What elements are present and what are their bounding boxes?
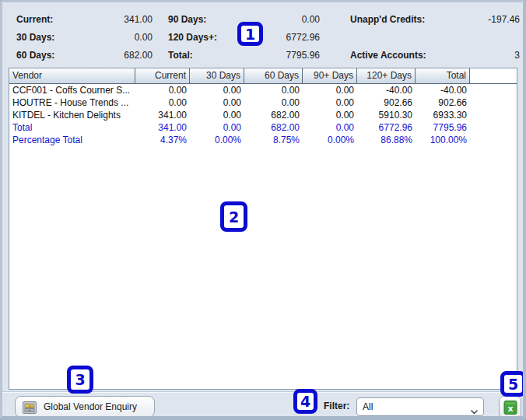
table-row-percentage-total[interactable]: Percentage Total 4.37% 0.00% 8.75% 0.00%… xyxy=(9,134,517,146)
annotation-badge-5: 5 xyxy=(500,371,526,397)
column-header-filler xyxy=(470,68,517,83)
60-days-cell: 8.75% xyxy=(244,134,303,146)
table-row-total[interactable]: Total 341.00 0.00 682.00 0.00 6772.96 77… xyxy=(9,121,517,134)
120-days-cell: 86.88% xyxy=(357,134,416,146)
summary-row: Current: 341.00 90 Days: 0.00 Unapp'd Cr… xyxy=(2,13,523,26)
column-header-120-days[interactable]: 120+ Days xyxy=(357,68,416,83)
120-days-cell: 6772.96 xyxy=(357,121,416,134)
90-days-cell: 0.00 xyxy=(303,96,357,109)
table-row[interactable]: HOUTRE - House Trends ... 0.00 0.00 0.00… xyxy=(9,96,517,109)
chevron-down-icon xyxy=(470,404,479,411)
column-header-vendor[interactable]: Vendor xyxy=(9,68,135,83)
120-days-cell: -40.00 xyxy=(357,84,416,96)
current-cell: 0.00 xyxy=(135,96,190,109)
90-days-cell: 0.00 xyxy=(303,109,357,121)
annotation-badge-3: 3 xyxy=(67,366,93,394)
total-label: Total: xyxy=(168,49,193,61)
total-cell: -40.00 xyxy=(416,84,470,96)
total-cell: 100.00% xyxy=(416,134,470,146)
annotation-badge-4: 4 xyxy=(293,389,317,414)
unappd-credits-value: -197.46 xyxy=(426,13,520,26)
active-accounts-value: 3 xyxy=(426,49,520,61)
export-to-excel-button[interactable]: x xyxy=(499,396,521,418)
column-header-90-days[interactable]: 90+ Days xyxy=(303,68,357,83)
filter-dropdown[interactable]: All xyxy=(356,397,484,416)
30-days-cell: 0.00% xyxy=(190,134,244,146)
120-days-cell: 902.66 xyxy=(357,96,416,109)
unappd-credits-label: Unapp'd Credits: xyxy=(350,13,425,26)
60-days-label: 60 Days: xyxy=(16,49,54,61)
column-header-60-days[interactable]: 60 Days xyxy=(244,68,303,83)
column-header-total[interactable]: Total xyxy=(416,68,470,83)
current-cell: 341.00 xyxy=(135,109,190,121)
global-vendor-enquiry-label: Global Vendor Enquiry xyxy=(44,401,137,412)
table-header-row: Vendor Current 30 Days 60 Days 90+ Days … xyxy=(9,68,517,84)
svg-text:x: x xyxy=(507,404,513,414)
current-cell: 341.00 xyxy=(135,121,190,134)
90-days-cell: 0.00 xyxy=(303,121,357,134)
vendor-cell: KITDEL - Kitchen Delights xyxy=(9,109,135,121)
60-days-value: 682.00 xyxy=(79,49,153,61)
annotation-number: 1 xyxy=(245,26,255,43)
120-days-label: 120 Days+: xyxy=(168,31,217,44)
summary-row: 60 Days: 682.00 Total: 7795.96 Active Ac… xyxy=(2,49,523,61)
60-days-cell: 0.00 xyxy=(244,84,303,96)
annotation-number: 2 xyxy=(229,208,239,226)
total-cell: 7795.96 xyxy=(416,121,470,134)
30-days-cell: 0.00 xyxy=(190,96,244,109)
annotation-number: 3 xyxy=(75,371,85,388)
vendor-cell: HOUTRE - House Trends ... xyxy=(9,96,135,109)
total-cell: 902.66 xyxy=(416,96,470,109)
global-vendor-enquiry-button[interactable]: Global Vendor Enquiry xyxy=(15,396,155,418)
90-days-cell: 0.00% xyxy=(303,134,357,146)
filter-label: Filter: xyxy=(324,401,349,411)
active-accounts-label: Active Accounts: xyxy=(350,49,426,61)
current-cell: 4.37% xyxy=(135,134,190,146)
30-days-label: 30 Days: xyxy=(16,31,54,44)
annotation-badge-2: 2 xyxy=(220,201,247,232)
table-row[interactable]: CCF001 - Coffs Courner S... 0.00 0.00 0.… xyxy=(9,84,517,96)
30-days-cell: 0.00 xyxy=(190,109,244,121)
footer-bar: Global Vendor Enquiry Filter: All x xyxy=(2,391,523,419)
vendor-cell: Total xyxy=(9,121,135,134)
vendor-cell: Percentage Total xyxy=(9,134,135,146)
vendor-cell: CCF001 - Coffs Courner S... xyxy=(9,84,135,96)
current-label: Current: xyxy=(16,13,53,26)
vendor-aging-window: Current: 341.00 90 Days: 0.00 Unapp'd Cr… xyxy=(0,0,526,420)
30-days-cell: 0.00 xyxy=(190,121,244,134)
vendor-aging-table: Vendor Current 30 Days 60 Days 90+ Days … xyxy=(9,68,517,390)
30-days-value: 0.00 xyxy=(79,31,153,44)
column-header-30-days[interactable]: 30 Days xyxy=(190,68,244,83)
90-days-label: 90 Days: xyxy=(168,13,206,26)
archive-drawer-icon xyxy=(23,401,37,413)
total-cell: 6933.30 xyxy=(416,109,470,121)
90-days-cell: 0.00 xyxy=(303,84,357,96)
annotation-badge-1: 1 xyxy=(237,22,263,46)
annotation-number: 5 xyxy=(508,376,518,393)
30-days-cell: 0.00 xyxy=(190,84,244,96)
60-days-cell: 682.00 xyxy=(244,121,303,134)
current-value: 341.00 xyxy=(79,13,153,26)
filter-selected-value: All xyxy=(363,401,373,412)
table-row[interactable]: KITDEL - Kitchen Delights 341.00 0.00 68… xyxy=(9,109,517,121)
column-header-current[interactable]: Current xyxy=(135,68,190,83)
60-days-cell: 0.00 xyxy=(244,96,303,109)
total-value: 7795.96 xyxy=(244,49,320,61)
120-days-cell: 5910.30 xyxy=(357,109,416,121)
annotation-number: 4 xyxy=(300,393,310,410)
current-cell: 0.00 xyxy=(135,84,190,96)
60-days-cell: 682.00 xyxy=(244,109,303,121)
